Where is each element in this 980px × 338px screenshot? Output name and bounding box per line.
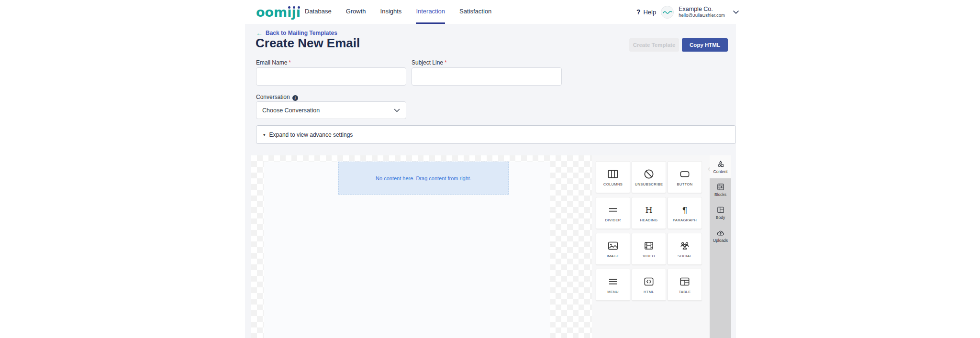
tile-unsubscribe[interactable]: UNSUBSCRIBE bbox=[632, 161, 666, 193]
tile-button[interactable]: BUTTON bbox=[668, 161, 702, 193]
content-tile-grid: COLUMNS UNSUBSCRIBE BUTTON bbox=[596, 161, 702, 301]
primary-nav: Database Growth Insights Interaction Sat… bbox=[305, 0, 491, 24]
advance-settings-expander[interactable]: ▾ Expand to view advance settings bbox=[256, 125, 736, 144]
conversation-label: Conversationi bbox=[256, 94, 298, 101]
tile-columns[interactable]: COLUMNS bbox=[596, 161, 630, 193]
nav-item-growth[interactable]: Growth bbox=[346, 0, 366, 24]
help-link[interactable]: ? Help bbox=[636, 8, 656, 16]
tile-image[interactable]: IMAGE bbox=[596, 233, 630, 265]
account-company: Example Co. bbox=[679, 6, 725, 12]
email-body-area[interactable]: No content here. Drag content from right… bbox=[264, 162, 550, 338]
logo-dot bbox=[288, 6, 290, 9]
tile-paragraph[interactable]: ¶ PARAGRAPH bbox=[668, 197, 702, 229]
tile-video[interactable]: VIDEO bbox=[632, 233, 666, 265]
create-template-button[interactable]: Create Template bbox=[629, 38, 679, 52]
rail-item-uploads[interactable]: Uploads bbox=[710, 224, 731, 247]
menu-icon bbox=[607, 275, 619, 288]
tile-divider[interactable]: DIVIDER bbox=[596, 197, 630, 229]
account-email: hello@JuliaUshler.com bbox=[679, 13, 725, 18]
tile-menu[interactable]: MENU bbox=[596, 269, 630, 301]
paragraph-icon: ¶ bbox=[679, 204, 691, 216]
empty-drop-zone[interactable]: No content here. Drag content from right… bbox=[338, 162, 509, 195]
back-link-label: Back to Mailing Templates bbox=[266, 30, 337, 36]
blocks-bricks-icon bbox=[716, 183, 725, 191]
columns-icon bbox=[607, 168, 619, 180]
body-layout-icon bbox=[716, 206, 725, 214]
conversation-selected-value: Choose Conversation bbox=[262, 107, 320, 114]
tile-social[interactable]: SOCIAL bbox=[668, 233, 702, 265]
chevron-down-icon bbox=[394, 109, 400, 112]
logo-dot bbox=[298, 6, 300, 9]
avatar-logo-mark bbox=[663, 9, 672, 15]
email-canvas: No content here. Drag content from right… bbox=[251, 155, 592, 338]
account-info[interactable]: Example Co. hello@JuliaUshler.com bbox=[679, 6, 725, 18]
nav-item-database[interactable]: Database bbox=[305, 0, 332, 24]
header-right-group: ? Help Example Co. hello@JuliaUshler.com bbox=[636, 0, 739, 24]
info-icon[interactable]: i bbox=[292, 95, 298, 101]
video-icon bbox=[643, 240, 655, 252]
required-asterisk: * bbox=[445, 59, 447, 66]
image-icon bbox=[607, 240, 619, 252]
unsubscribe-icon bbox=[643, 168, 655, 180]
chevron-down-icon[interactable] bbox=[733, 10, 739, 14]
tile-heading[interactable]: H HEADING bbox=[632, 197, 666, 229]
page-title: Create New Email bbox=[256, 36, 360, 51]
app-window: oomıȷı Database Growth Insights Interact… bbox=[0, 0, 980, 338]
oomiji-logo[interactable]: oomıȷı bbox=[256, 4, 301, 21]
social-icon bbox=[679, 240, 691, 252]
nav-item-satisfaction[interactable]: Satisfaction bbox=[459, 0, 491, 24]
copy-html-button[interactable]: Copy HTML bbox=[682, 38, 728, 52]
top-nav-bar: oomıȷı Database Growth Insights Interact… bbox=[0, 0, 980, 24]
main-content: ← Back to Mailing Templates Create New E… bbox=[245, 24, 736, 338]
html-icon bbox=[643, 275, 655, 288]
subject-line-label: Subject Line* bbox=[412, 59, 447, 66]
email-name-label: Email Name* bbox=[256, 59, 291, 66]
button-icon bbox=[679, 168, 691, 180]
nav-item-interaction[interactable]: Interaction bbox=[416, 0, 445, 24]
avatar[interactable] bbox=[661, 6, 674, 19]
tile-table[interactable]: TABLE bbox=[668, 269, 702, 301]
rail-item-content[interactable]: Content bbox=[710, 155, 731, 178]
svg-text:¶: ¶ bbox=[682, 205, 687, 215]
content-blocks-panel: ‹ COLUMNS UNSUBSCRIBE bbox=[592, 155, 710, 338]
divider-icon bbox=[607, 204, 619, 216]
conversation-select[interactable]: Choose Conversation bbox=[256, 101, 406, 119]
logo-dot bbox=[293, 6, 295, 9]
required-asterisk: * bbox=[289, 59, 291, 66]
heading-icon: H bbox=[643, 204, 655, 216]
subject-line-input[interactable] bbox=[412, 67, 562, 86]
svg-text:H: H bbox=[645, 205, 652, 215]
rail-item-blocks[interactable]: Blocks bbox=[710, 178, 731, 201]
uploads-cloud-icon bbox=[715, 229, 726, 237]
editor-side-rail: Content Blocks Body bbox=[710, 155, 731, 338]
table-icon bbox=[679, 275, 691, 288]
nav-item-insights[interactable]: Insights bbox=[380, 0, 402, 24]
empty-message: No content here. Drag content from right… bbox=[376, 175, 471, 181]
rail-item-body[interactable]: Body bbox=[710, 201, 731, 224]
tile-html[interactable]: HTML bbox=[632, 269, 666, 301]
help-label: Help bbox=[643, 9, 656, 16]
email-name-input[interactable] bbox=[256, 67, 406, 86]
caret-down-icon: ▾ bbox=[263, 132, 266, 137]
question-mark-icon: ? bbox=[636, 8, 641, 16]
expander-label: Expand to view advance settings bbox=[269, 131, 353, 138]
content-shapes-icon bbox=[716, 160, 725, 168]
